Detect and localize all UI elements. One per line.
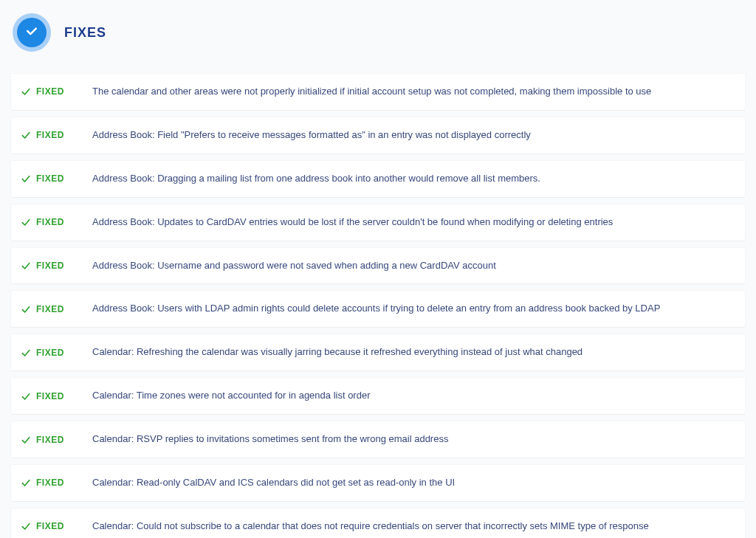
item-description: Calendar: Refreshing the calendar was vi… [92,346,583,359]
check-badge-inner [17,18,47,47]
check-icon [20,390,32,402]
item-description: Address Book: Dragging a mailing list fr… [92,173,540,185]
list-item: FIXEDAddress Book: Username and password… [11,248,745,284]
fixed-tag: FIXED [36,435,92,445]
check-icon [20,347,32,359]
section-badge [13,13,51,52]
list-item: FIXEDAddress Book: Field "Prefers to rec… [11,117,745,154]
item-description: The calendar and other areas were not pr… [92,86,651,98]
fixed-tag: FIXED [36,217,92,227]
fixes-section: FIXES FIXEDThe calendar and other areas … [0,0,756,538]
item-description: Calendar: RSVP replies to invitations so… [92,433,448,446]
check-icon [20,129,32,141]
list-item: FIXEDThe calendar and other areas were n… [11,74,745,110]
check-icon [24,24,39,41]
check-icon [20,260,32,272]
item-description: Address Book: Username and password were… [92,260,496,272]
item-description: Address Book: Users with LDAP admin righ… [92,303,660,315]
fixed-tag: FIXED [36,304,92,314]
check-icon [20,477,32,489]
list-item: FIXEDAddress Book: Dragging a mailing li… [11,161,745,197]
fixed-tag: FIXED [36,521,92,531]
fixed-tag: FIXED [36,477,92,488]
fixed-tag: FIXED [36,391,92,401]
list-item: FIXEDCalendar: Time zones were not accou… [11,378,745,414]
item-description: Address Book: Field "Prefers to receive … [92,129,531,142]
fixed-tag: FIXED [36,173,92,184]
section-header: FIXES [11,13,745,52]
list-item: FIXEDCalendar: Read-only CalDAV and ICS … [11,465,745,501]
list-item: FIXEDCalendar: RSVP replies to invitatio… [11,421,745,458]
fixed-tag: FIXED [36,348,92,358]
check-icon [20,173,32,184]
check-icon [20,303,32,315]
fixed-tag: FIXED [36,261,92,271]
list-item: FIXEDAddress Book: Users with LDAP admin… [11,291,745,327]
check-icon [20,216,32,228]
check-icon [20,520,32,532]
check-icon [20,434,32,446]
item-description: Calendar: Time zones were not accounted … [92,390,371,402]
list-item: FIXEDCalendar: Refreshing the calendar w… [11,334,745,370]
check-icon [20,86,32,97]
item-description: Calendar: Read-only CalDAV and ICS calen… [92,477,455,489]
item-description: Calendar: Could not subscribe to a calen… [92,520,649,533]
fixes-list: FIXEDThe calendar and other areas were n… [11,74,745,538]
fixed-tag: FIXED [36,86,92,97]
page-title: FIXES [64,25,106,41]
item-description: Address Book: Updates to CardDAV entries… [92,216,613,229]
fixed-tag: FIXED [36,130,92,140]
list-item: FIXEDCalendar: Could not subscribe to a … [11,508,745,538]
list-item: FIXEDAddress Book: Updates to CardDAV en… [11,204,745,241]
